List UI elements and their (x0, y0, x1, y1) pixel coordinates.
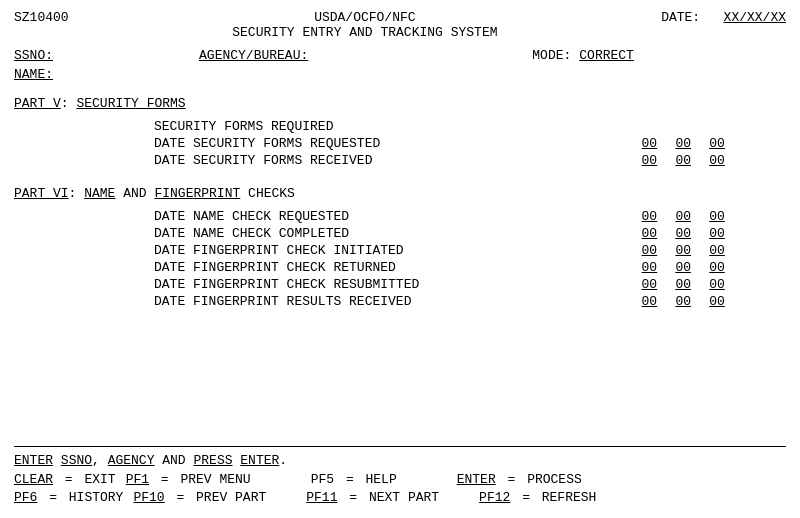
footer-pf1: PF1 = PREV MENU (126, 472, 251, 487)
fp-results-received-fields: 00 00 00 (640, 294, 726, 309)
agency-value[interactable] (316, 48, 472, 63)
pf5-value: HELP (365, 472, 396, 487)
footer-pf5: PF5 = HELP (311, 472, 397, 487)
pf12-key[interactable]: PF12 (479, 490, 510, 505)
footer-row1: CLEAR = EXIT PF1 = PREV MENU PF5 = HELP … (14, 472, 786, 487)
ssno-section: SSNO: (14, 48, 139, 63)
title-line2: SECURITY ENTRY AND TRACKING SYSTEM (69, 25, 662, 40)
name-check-completed-label: DATE NAME CHECK COMPLETED (154, 226, 349, 241)
fp-check-resubmitted-fields: 00 00 00 (640, 277, 726, 292)
footer-pf11: PF11 = NEXT PART (306, 490, 439, 505)
fp-check-resubmitted-row: DATE FINGERPRINT CHECK RESUBMITTED 00 00… (154, 277, 786, 292)
pf11-key[interactable]: PF11 (306, 490, 337, 505)
fcr-d1[interactable]: 00 (640, 260, 658, 275)
fp-results-received-row: DATE FINGERPRINT RESULTS RECEIVED 00 00 … (154, 294, 786, 309)
pf12-value: REFRESH (542, 490, 597, 505)
part-v-title: PART V: SECURITY FORMS (14, 96, 186, 111)
fci-d3[interactable]: 00 (708, 243, 726, 258)
fcr-d2[interactable]: 00 (674, 260, 692, 275)
name-check-completed-fields: 00 00 00 (640, 226, 726, 241)
fcs-d2[interactable]: 00 (674, 277, 692, 292)
part-vi-title: PART VI: NAME AND FINGERPRINT CHECKS (14, 186, 295, 201)
pf10-value: PREV PART (196, 490, 266, 505)
frr-d2[interactable]: 00 (674, 294, 692, 309)
date-forms-received-fields: 00 00 00 (640, 153, 726, 168)
fp-results-received-label: DATE FINGERPRINT RESULTS RECEIVED (154, 294, 411, 309)
fp-check-initiated-fields: 00 00 00 (640, 243, 726, 258)
clear-key[interactable]: CLEAR (14, 472, 53, 487)
mode-value: CORRECT (579, 48, 634, 63)
forms-rec-d2[interactable]: 00 (674, 153, 692, 168)
date-forms-requested-fields: 00 00 00 (640, 136, 726, 151)
name-label: NAME: (14, 67, 53, 82)
header: SZ10400 USDA/OCFO/NFC SECURITY ENTRY AND… (14, 10, 786, 40)
fcs-d1[interactable]: 00 (640, 277, 658, 292)
date-value: XX/XX/XX (724, 10, 786, 25)
forms-rec-d1[interactable]: 00 (640, 153, 658, 168)
clear-value: EXIT (84, 472, 115, 487)
fcr-d3[interactable]: 00 (708, 260, 726, 275)
name-check-requested-label: DATE NAME CHECK REQUESTED (154, 209, 349, 224)
name-row: NAME: (14, 67, 786, 82)
forms-rec-d3[interactable]: 00 (708, 153, 726, 168)
footer-clear: CLEAR = EXIT (14, 472, 116, 487)
mode-section: MODE: CORRECT (532, 48, 634, 63)
fp-check-returned-label: DATE FINGERPRINT CHECK RETURNED (154, 260, 396, 275)
ncc-d2[interactable]: 00 (674, 226, 692, 241)
date-forms-requested-row: DATE SECURITY FORMS REQUESTED 00 00 00 (154, 136, 786, 151)
date-forms-requested-label: DATE SECURITY FORMS REQUESTED (154, 136, 380, 151)
system-id: SZ10400 (14, 10, 69, 40)
fci-d1[interactable]: 00 (640, 243, 658, 258)
ncr-d2[interactable]: 00 (674, 209, 692, 224)
ncr-d3[interactable]: 00 (708, 209, 726, 224)
title-line1: USDA/OCFO/NFC (69, 10, 662, 25)
fp-check-initiated-row: DATE FINGERPRINT CHECK INITIATED 00 00 0… (154, 243, 786, 258)
ncr-d1[interactable]: 00 (640, 209, 658, 224)
part-v-header: PART V: SECURITY FORMS (14, 96, 786, 111)
date-label: DATE: (661, 10, 700, 25)
frr-d3[interactable]: 00 (708, 294, 726, 309)
name-check-completed-row: DATE NAME CHECK COMPLETED 00 00 00 (154, 226, 786, 241)
part-vi-content: DATE NAME CHECK REQUESTED 00 00 00 DATE … (154, 209, 786, 309)
footer-row2: PF6 = HISTORY PF10 = PREV PART PF11 = NE… (14, 490, 786, 505)
enter-value: PROCESS (527, 472, 582, 487)
name-check-requested-row: DATE NAME CHECK REQUESTED 00 00 00 (154, 209, 786, 224)
pf5-key[interactable]: PF5 (311, 472, 334, 487)
fp-check-returned-row: DATE FINGERPRINT CHECK RETURNED 00 00 00 (154, 260, 786, 275)
fcs-d3[interactable]: 00 (708, 277, 726, 292)
fp-check-resubmitted-label: DATE FINGERPRINT CHECK RESUBMITTED (154, 277, 419, 292)
forms-req-d3[interactable]: 00 (708, 136, 726, 151)
forms-req-d1[interactable]: 00 (640, 136, 658, 151)
ncc-d3[interactable]: 00 (708, 226, 726, 241)
footer-instruction: ENTER SSNO, AGENCY AND PRESS ENTER. (14, 453, 786, 468)
ncc-d1[interactable]: 00 (640, 226, 658, 241)
footer-enter: ENTER = PROCESS (457, 472, 582, 487)
footer: ENTER SSNO, AGENCY AND PRESS ENTER. CLEA… (14, 446, 786, 508)
pf11-value: NEXT PART (369, 490, 439, 505)
ssno-label: SSNO: (14, 48, 53, 63)
ssno-value[interactable] (61, 48, 139, 63)
fp-check-initiated-label: DATE FINGERPRINT CHECK INITIATED (154, 243, 404, 258)
part-vi-header: PART VI: NAME AND FINGERPRINT CHECKS (14, 186, 786, 201)
date-forms-received-label: DATE SECURITY FORMS RECEIVED (154, 153, 372, 168)
agency-section: AGENCY/BUREAU: (199, 48, 472, 63)
pf6-value: HISTORY (69, 490, 124, 505)
ssno-agency-row: SSNO: AGENCY/BUREAU: MODE: CORRECT (14, 48, 786, 63)
pf10-key[interactable]: PF10 (133, 490, 164, 505)
pf1-key[interactable]: PF1 (126, 472, 149, 487)
footer-pf6: PF6 = HISTORY (14, 490, 123, 505)
fci-d2[interactable]: 00 (674, 243, 692, 258)
enter-key[interactable]: ENTER (457, 472, 496, 487)
date-forms-received-row: DATE SECURITY FORMS RECEIVED 00 00 00 (154, 153, 786, 168)
mode-label: MODE: (532, 48, 571, 63)
pf1-value: PREV MENU (180, 472, 250, 487)
name-check-requested-fields: 00 00 00 (640, 209, 726, 224)
fp-check-returned-fields: 00 00 00 (640, 260, 726, 275)
forms-req-d2[interactable]: 00 (674, 136, 692, 151)
part-v-content: SECURITY FORMS REQUIRED DATE SECURITY FO… (154, 119, 786, 168)
footer-pf12: PF12 = REFRESH (479, 490, 596, 505)
pf6-key[interactable]: PF6 (14, 490, 37, 505)
frr-d1[interactable]: 00 (640, 294, 658, 309)
footer-pf10: PF10 = PREV PART (133, 490, 266, 505)
security-forms-required-label: SECURITY FORMS REQUIRED (154, 119, 333, 134)
